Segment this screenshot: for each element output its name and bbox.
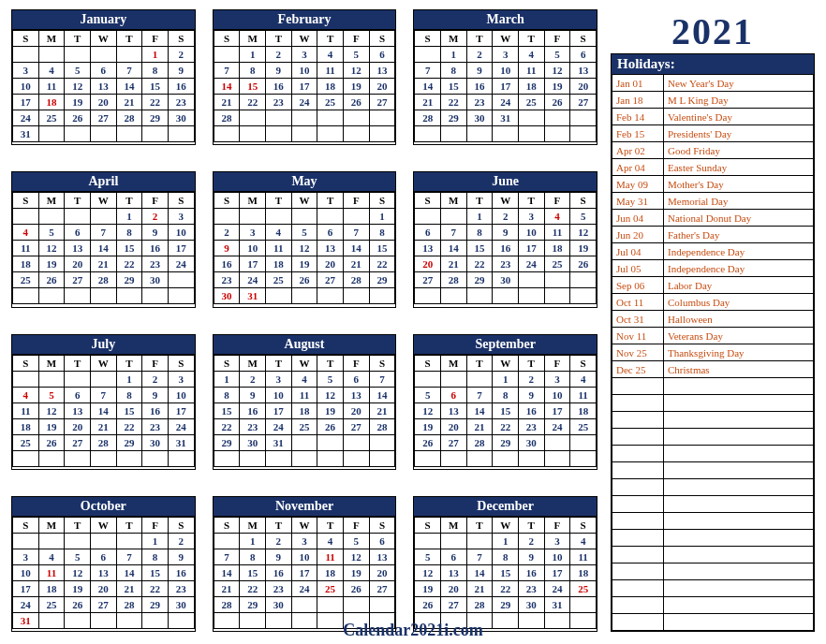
day-cell: 28 bbox=[466, 434, 493, 450]
holiday-date: Nov 25 bbox=[612, 344, 664, 361]
day-cell bbox=[343, 110, 369, 126]
month-january: JanuarySMTWTFS12345678910111213141516171… bbox=[11, 9, 196, 145]
weekday-label: T bbox=[317, 31, 344, 47]
holiday-name bbox=[664, 564, 814, 580]
month-may: MaySMTWTFS123456789101112131415161718192… bbox=[213, 171, 397, 307]
month-title: October bbox=[12, 497, 195, 517]
holiday-row-empty bbox=[612, 564, 814, 580]
day-cell bbox=[265, 450, 291, 466]
weekday-label: S bbox=[570, 355, 597, 371]
day-cell: 22 bbox=[240, 95, 266, 110]
month-table: SMTWTFS123456789101112131415161718192021… bbox=[214, 30, 396, 142]
weekday-label: F bbox=[142, 31, 169, 47]
holiday-row: Jan 18M L King Day bbox=[612, 92, 814, 109]
day-cell: 1 bbox=[369, 209, 395, 225]
day-cell: 24 bbox=[13, 596, 39, 612]
day-cell: 28 bbox=[440, 272, 466, 288]
day-cell bbox=[466, 288, 493, 304]
day-cell bbox=[90, 126, 116, 142]
month-title: September bbox=[414, 335, 597, 355]
holiday-date bbox=[612, 580, 664, 597]
weekday-label: F bbox=[343, 193, 369, 209]
day-cell: 20 bbox=[90, 95, 116, 110]
day-cell: 18 bbox=[13, 418, 39, 434]
day-cell: 5 bbox=[343, 47, 369, 63]
day-cell: 29 bbox=[493, 596, 519, 612]
year-label: 2021 bbox=[611, 9, 815, 53]
day-cell bbox=[570, 434, 597, 450]
day-cell: 17 bbox=[168, 241, 194, 256]
day-cell: 26 bbox=[570, 256, 597, 272]
day-cell: 1 bbox=[116, 209, 142, 225]
weekday-label: T bbox=[65, 31, 91, 47]
day-cell: 27 bbox=[65, 272, 91, 288]
day-cell: 6 bbox=[90, 63, 116, 79]
weekday-label: W bbox=[493, 355, 519, 371]
day-cell bbox=[116, 288, 142, 304]
day-cell bbox=[90, 47, 116, 63]
day-cell: 2 bbox=[168, 533, 194, 549]
day-cell: 25 bbox=[570, 580, 597, 596]
weekday-label: F bbox=[544, 193, 570, 209]
day-cell: 25 bbox=[265, 272, 291, 288]
weekday-label: M bbox=[440, 193, 466, 209]
weekday-label: T bbox=[317, 517, 344, 533]
day-cell: 26 bbox=[544, 95, 570, 110]
weekday-label: F bbox=[343, 31, 369, 47]
day-cell: 5 bbox=[38, 387, 65, 402]
holiday-row-empty bbox=[612, 446, 814, 462]
day-cell: 7 bbox=[90, 225, 116, 241]
day-cell: 2 bbox=[466, 47, 493, 63]
holiday-name bbox=[664, 580, 814, 597]
day-cell: 6 bbox=[65, 387, 91, 402]
day-cell: 12 bbox=[544, 63, 570, 79]
day-cell bbox=[415, 126, 441, 142]
month-title: February bbox=[214, 10, 396, 30]
weekday-label: T bbox=[65, 517, 91, 533]
holiday-row: Oct 31Halloween bbox=[612, 311, 814, 328]
holiday-name bbox=[664, 429, 814, 446]
day-cell: 17 bbox=[518, 241, 544, 256]
day-cell: 2 bbox=[493, 209, 519, 225]
day-cell: 25 bbox=[317, 580, 344, 596]
day-cell: 17 bbox=[13, 95, 39, 110]
weekday-label: M bbox=[240, 355, 266, 371]
day-cell bbox=[570, 288, 597, 304]
weekday-label: S bbox=[168, 517, 194, 533]
sidebar: 2021 Holidays: Jan 01New Year's DayJan 1… bbox=[611, 9, 815, 632]
day-cell: 10 bbox=[13, 564, 39, 580]
day-cell bbox=[38, 209, 65, 225]
day-cell: 23 bbox=[142, 418, 169, 434]
day-cell: 15 bbox=[214, 402, 240, 418]
day-cell: 19 bbox=[38, 256, 65, 272]
day-cell bbox=[38, 47, 65, 63]
day-cell: 27 bbox=[65, 434, 91, 450]
day-cell: 18 bbox=[518, 79, 544, 95]
day-cell: 11 bbox=[13, 402, 39, 418]
weekday-label: S bbox=[214, 355, 240, 371]
day-cell bbox=[570, 110, 597, 126]
day-cell bbox=[343, 450, 369, 466]
weekday-label: F bbox=[343, 355, 369, 371]
day-cell: 1 bbox=[116, 371, 142, 387]
day-cell: 23 bbox=[493, 256, 519, 272]
weekday-label: F bbox=[544, 31, 570, 47]
day-cell bbox=[214, 47, 240, 63]
holiday-row: May 09Mother's Day bbox=[612, 176, 814, 193]
day-cell: 11 bbox=[265, 241, 291, 256]
holiday-row: Apr 02Good Friday bbox=[612, 142, 814, 159]
weekday-label: S bbox=[415, 517, 441, 533]
month-title: June bbox=[414, 172, 597, 192]
day-cell: 14 bbox=[214, 79, 240, 95]
day-cell: 11 bbox=[291, 387, 317, 402]
day-cell: 8 bbox=[116, 387, 142, 402]
holiday-name: Mother's Day bbox=[664, 176, 814, 193]
weekday-label: T bbox=[317, 355, 344, 371]
day-cell: 4 bbox=[265, 225, 291, 241]
day-cell bbox=[570, 272, 597, 288]
weekday-label: M bbox=[240, 193, 266, 209]
day-cell: 9 bbox=[168, 63, 194, 79]
day-cell: 9 bbox=[142, 225, 169, 241]
day-cell bbox=[38, 533, 65, 549]
day-cell bbox=[369, 434, 395, 450]
